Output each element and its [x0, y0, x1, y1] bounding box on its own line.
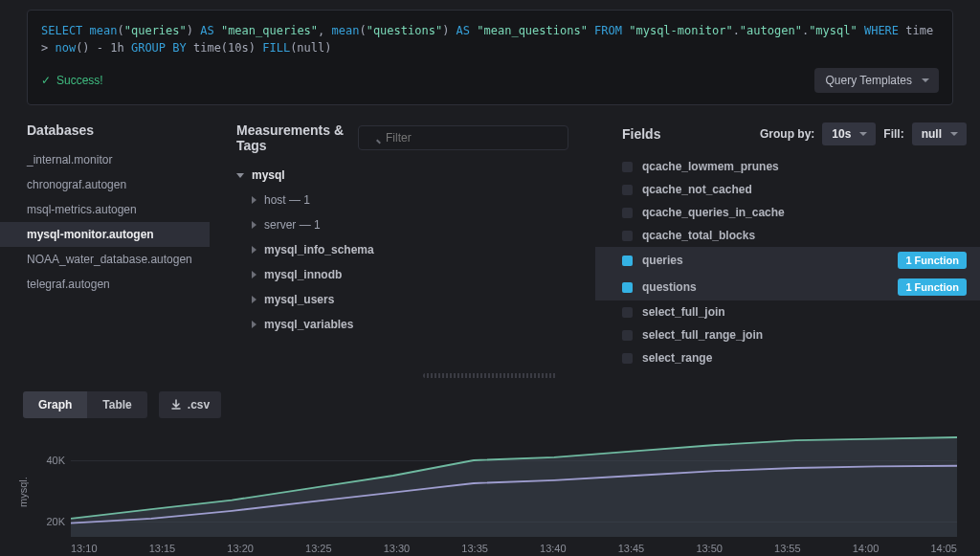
group-by-label: Group by: [760, 127, 814, 141]
fill-label: Fill: [883, 127, 903, 141]
field-item[interactable]: qcache_not_cached [595, 178, 980, 201]
chevron-right-icon [252, 221, 256, 229]
resize-handle[interactable] [423, 373, 557, 378]
measurement-label: mysql_variables [264, 318, 353, 331]
x-tick: 13:25 [305, 543, 332, 554]
field-label: qcache_not_cached [642, 183, 752, 196]
field-checkbox [622, 282, 633, 293]
chevron-right-icon [252, 246, 256, 254]
chart: mysql. 20K40K13:1013:1513:2013:2513:3013… [13, 430, 967, 554]
x-tick: 13:45 [618, 543, 645, 554]
field-label: select_full_join [642, 305, 725, 319]
csv-label: .csv [188, 398, 210, 411]
graph-tab[interactable]: Graph [23, 391, 87, 418]
measurement-label: mysql_innodb [264, 268, 342, 281]
field-checkbox [622, 307, 633, 318]
function-badge[interactable]: 1 Function [898, 252, 967, 269]
field-item[interactable]: queries1 Function [595, 247, 980, 274]
measurement-item[interactable]: host — 1 [210, 188, 595, 212]
field-checkbox [622, 353, 633, 364]
measurement-item[interactable]: mysql [210, 163, 595, 188]
chart-ylabel: mysql. [13, 430, 33, 554]
field-item[interactable]: qcache_total_blocks [595, 224, 980, 247]
databases-header: Databases [0, 113, 210, 147]
table-tab[interactable]: Table [87, 391, 146, 418]
measurement-item[interactable]: mysql_innodb [210, 262, 595, 287]
measurement-item[interactable]: mysql_variables [210, 312, 595, 337]
measurements-title: Measurements & Tags [236, 122, 348, 153]
measurements-list[interactable]: mysqlhost — 1server — 1mysql_info_schema… [210, 163, 595, 369]
filter-input[interactable] [358, 125, 568, 150]
chevron-right-icon [252, 321, 256, 328]
field-item[interactable]: select_range [595, 346, 980, 369]
measurements-header: Measurements & Tags [210, 113, 595, 163]
measurement-label: mysql [252, 168, 285, 182]
measurement-label: mysql_users [264, 293, 334, 306]
field-checkbox [622, 256, 633, 266]
database-item[interactable]: NOAA_water_database.autogen [0, 247, 210, 272]
fields-header: Fields [622, 126, 660, 142]
field-label: select_full_range_join [642, 328, 763, 342]
databases-list[interactable]: _internal.monitorchronograf.autogenmsql-… [0, 147, 210, 369]
group-by-dropdown[interactable]: 10s [822, 122, 876, 145]
x-tick: 13:10 [71, 543, 98, 554]
x-tick: 13:20 [227, 543, 254, 554]
x-tick: 13:55 [774, 543, 801, 554]
view-toggle: Graph Table [23, 391, 147, 418]
x-tick: 14:05 [930, 543, 957, 554]
chart-plot: 20K40K13:1013:1513:2013:2513:3013:3513:4… [33, 430, 967, 554]
database-item[interactable]: msql-metrics.autogen [0, 197, 210, 222]
query-editor[interactable]: SELECT mean("queries") AS "mean_queries"… [27, 10, 953, 105]
field-label: questions [642, 280, 697, 294]
measurement-label: server — 1 [264, 218, 321, 232]
query-templates-button[interactable]: Query Templates [814, 68, 940, 93]
chevron-right-icon [252, 196, 256, 204]
query-text: SELECT mean("queries") AS "mean_queries"… [41, 22, 939, 56]
y-tick: 20K [46, 516, 65, 527]
field-checkbox [622, 162, 633, 172]
field-item[interactable]: qcache_lowmem_prunes [595, 155, 980, 178]
database-item[interactable]: _internal.monitor [0, 147, 210, 172]
x-tick: 13:50 [696, 543, 723, 554]
field-checkbox [622, 208, 633, 218]
field-checkbox [622, 330, 633, 341]
x-tick: 13:15 [149, 543, 176, 554]
field-label: queries [642, 254, 683, 267]
measurement-item[interactable]: server — 1 [210, 212, 595, 237]
field-label: qcache_total_blocks [642, 229, 755, 242]
database-item[interactable]: mysql-monitor.autogen [0, 222, 210, 247]
field-item[interactable]: select_full_join [595, 300, 980, 323]
function-badge[interactable]: 1 Function [898, 278, 967, 296]
measurement-label: mysql_info_schema [264, 243, 374, 256]
chevron-right-icon [252, 296, 256, 303]
database-item[interactable]: telegraf.autogen [0, 272, 210, 297]
chevron-right-icon [252, 271, 256, 278]
measurement-label: host — 1 [264, 193, 310, 207]
query-status: Success! [41, 74, 103, 87]
field-item[interactable]: questions1 Function [595, 274, 980, 300]
field-label: select_range [642, 351, 712, 365]
measurement-item[interactable]: mysql_info_schema [210, 237, 595, 262]
fields-list[interactable]: qcache_lowmem_prunesqcache_not_cachedqca… [595, 155, 980, 369]
field-checkbox [622, 185, 633, 195]
field-checkbox [622, 231, 633, 241]
measurement-item[interactable]: mysql_users [210, 287, 595, 312]
field-label: qcache_queries_in_cache [642, 206, 785, 219]
fill-dropdown[interactable]: null [912, 122, 967, 145]
field-label: qcache_lowmem_prunes [642, 160, 779, 173]
field-item[interactable]: qcache_queries_in_cache [595, 201, 980, 224]
x-tick: 13:30 [384, 543, 411, 554]
x-tick: 13:35 [461, 543, 488, 554]
field-item[interactable]: select_full_range_join [595, 323, 980, 346]
x-tick: 13:40 [540, 543, 567, 554]
y-tick: 40K [46, 455, 65, 466]
download-icon [170, 399, 182, 411]
csv-export-button[interactable]: .csv [159, 391, 221, 418]
x-tick: 14:00 [853, 543, 880, 554]
filter-input-wrap [358, 125, 568, 150]
chevron-down-icon [236, 173, 244, 178]
database-item[interactable]: chronograf.autogen [0, 172, 210, 197]
